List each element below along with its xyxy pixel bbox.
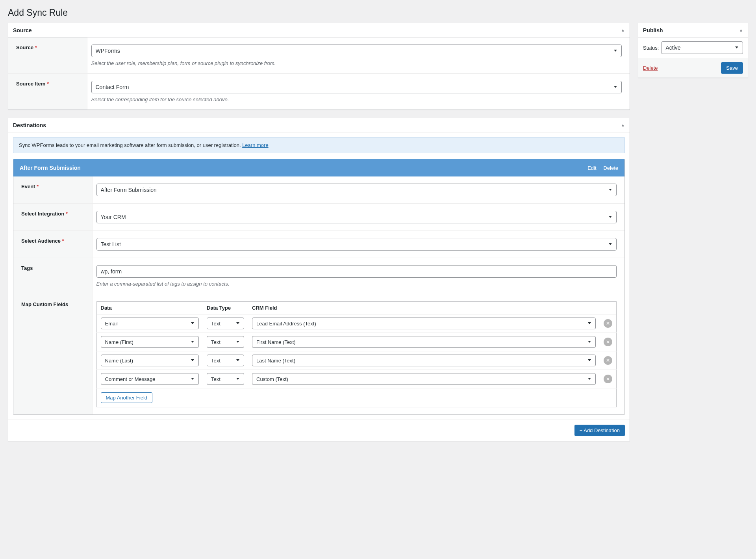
destination-block-title: After Form Submission [20, 165, 582, 171]
close-icon: ✕ [606, 340, 610, 344]
add-destination-button[interactable]: + Add Destination [574, 425, 625, 436]
required-marker: * [66, 211, 68, 217]
map-fields-table: Data Data Type CRM Field EmailTextLead E… [96, 301, 617, 407]
collapse-icon[interactable]: ▲ [621, 123, 625, 127]
event-label: Event [21, 184, 35, 189]
close-icon: ✕ [606, 377, 610, 381]
map-type-select[interactable]: Text [207, 373, 244, 385]
remove-row-button[interactable]: ✕ [604, 319, 612, 328]
status-select[interactable]: Active [661, 41, 743, 54]
learn-more-link[interactable]: Learn more [242, 142, 268, 148]
map-header-crm: CRM Field [248, 302, 600, 314]
integration-label: Select Integration [21, 211, 64, 217]
map-another-field-button[interactable]: Map Another Field [101, 392, 153, 403]
map-crm-select[interactable]: Lead Email Address (Text) [252, 318, 596, 329]
source-panel: Source ▲ Source * WPForms [8, 23, 630, 110]
tags-label: Tags [21, 265, 33, 271]
integration-select[interactable]: Your CRM [96, 211, 617, 223]
audience-label: Select Audience [21, 238, 61, 244]
destination-block-header: After Form Submission Edit Delete [13, 159, 624, 176]
destination-edit-link[interactable]: Edit [587, 165, 596, 171]
source-item-select[interactable]: Contact Form [91, 81, 622, 93]
map-crm-select[interactable]: Custom (Text) [252, 373, 596, 385]
map-header-type: Data Type [203, 302, 248, 314]
source-select[interactable]: WPForms [91, 45, 622, 57]
status-label: Status: [643, 45, 659, 51]
map-row: EmailTextLead Email Address (Text)✕ [96, 314, 617, 333]
close-icon: ✕ [606, 358, 610, 363]
destinations-panel-heading: Destinations [13, 122, 46, 128]
destination-block: After Form Submission Edit Delete Event [13, 159, 625, 415]
map-data-select[interactable]: Comment or Message [101, 373, 199, 385]
source-item-label: Source Item [16, 81, 45, 87]
map-data-select[interactable]: Email [101, 318, 199, 329]
collapse-icon[interactable]: ▲ [621, 28, 625, 32]
map-type-select[interactable]: Text [207, 336, 244, 348]
source-field-desc: Select the user role, membership plan, f… [91, 60, 622, 66]
close-icon: ✕ [606, 321, 610, 326]
destinations-panel-header[interactable]: Destinations ▲ [8, 118, 630, 132]
required-marker: * [62, 238, 64, 244]
source-item-desc: Select the corresponding item for the so… [91, 97, 622, 102]
save-button[interactable]: Save [721, 62, 743, 74]
remove-row-button[interactable]: ✕ [604, 356, 612, 365]
publish-panel: Publish ▲ Status: Active Delete Save [638, 23, 748, 78]
delete-link[interactable]: Delete [643, 65, 658, 71]
map-row: Name (First)TextFirst Name (Text)✕ [96, 333, 617, 351]
source-panel-heading: Source [13, 27, 32, 33]
required-marker: * [35, 45, 37, 50]
map-row: Comment or MessageTextCustom (Text)✕ [96, 370, 617, 388]
destinations-panel: Destinations ▲ Sync WPForms leads to you… [8, 118, 630, 441]
audience-select[interactable]: Test List [96, 238, 617, 251]
map-crm-select[interactable]: First Name (Text) [252, 336, 596, 348]
remove-row-button[interactable]: ✕ [604, 375, 612, 383]
map-header-remove [600, 302, 617, 314]
publish-panel-heading: Publish [643, 27, 663, 33]
info-notice-text: Sync WPForms leads to your email marketi… [19, 142, 242, 148]
tags-input[interactable] [96, 265, 617, 278]
collapse-icon[interactable]: ▲ [739, 28, 743, 32]
map-header-data: Data [96, 302, 203, 314]
remove-row-button[interactable]: ✕ [604, 338, 612, 346]
map-row: Name (Last)TextLast Name (Text)✕ [96, 351, 617, 370]
info-notice: Sync WPForms leads to your email marketi… [13, 137, 625, 153]
map-data-select[interactable]: Name (Last) [101, 355, 199, 366]
event-select[interactable]: After Form Submission [96, 184, 617, 196]
tags-desc: Enter a comma-separated list of tags to … [96, 281, 617, 287]
page-title: Add Sync Rule [8, 4, 748, 23]
required-marker: * [47, 81, 49, 87]
map-type-select[interactable]: Text [207, 318, 244, 329]
source-field-label: Source [16, 45, 33, 50]
required-marker: * [37, 184, 39, 189]
source-panel-header[interactable]: Source ▲ [8, 23, 630, 37]
map-data-select[interactable]: Name (First) [101, 336, 199, 348]
map-fields-label: Map Custom Fields [21, 301, 68, 307]
map-type-select[interactable]: Text [207, 355, 244, 366]
map-crm-select[interactable]: Last Name (Text) [252, 355, 596, 366]
destination-delete-link[interactable]: Delete [603, 165, 618, 171]
publish-panel-header[interactable]: Publish ▲ [638, 23, 748, 37]
